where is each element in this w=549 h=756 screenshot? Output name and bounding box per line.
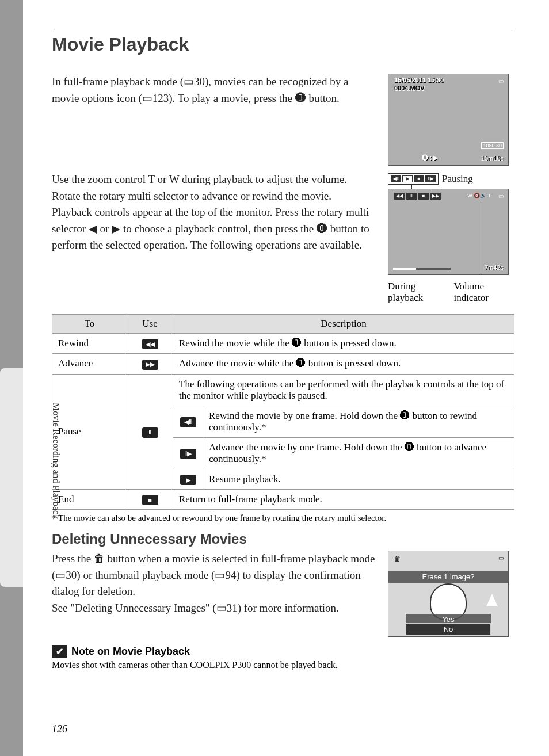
play-icon: ▶ xyxy=(402,175,413,182)
playback-controls-bar: ◀◀ Ⅱ ■ ▶▶ xyxy=(394,193,441,200)
row-rewind-label: Rewind xyxy=(52,333,127,354)
frame-fwd-desc: Advance the movie by one frame. Hold dow… xyxy=(203,437,514,469)
progress-bar xyxy=(393,268,451,270)
page-number: 126 xyxy=(52,723,67,735)
row-pause-label: Pause xyxy=(52,374,127,490)
volume-paragraph: Use the zoom control T or W during playb… xyxy=(52,171,378,188)
frame-fwd-icon: Ⅱ▶ xyxy=(425,175,436,182)
stop-icon: ■ xyxy=(414,175,424,182)
battery-icon: ▭ xyxy=(498,193,504,199)
stop-icon: ■ xyxy=(418,193,429,200)
volume-wt-indicator: W 🔇🔊 T xyxy=(467,193,491,198)
stop-icon: ■ xyxy=(142,495,158,505)
screen-duration: 10m16s xyxy=(481,155,504,162)
frame-fwd-icon: Ⅱ▶ xyxy=(180,449,196,459)
erase-no-option: No xyxy=(406,623,491,635)
side-tab xyxy=(0,368,23,587)
during-playback-illustration: ◀◀ Ⅱ ■ ▶▶ W 🔇🔊 T ▭ 7m42s xyxy=(388,189,509,275)
note-badge-icon: ✔ xyxy=(52,645,67,658)
sailboat-illustration xyxy=(486,594,498,606)
intro-paragraph: In full-frame playback mode (▭30), movie… xyxy=(52,74,378,106)
trash-icon: 🗑 xyxy=(394,555,401,563)
delete-paragraph-2: See "Deleting Unnecessary Images" (▭31) … xyxy=(52,600,378,617)
battery-icon: ▭ xyxy=(498,555,504,561)
play-icon: ▶ xyxy=(180,475,196,485)
delete-paragraph-1: Press the 🗑 button when a movie is selec… xyxy=(52,551,378,600)
operations-table: To Use Description Rewind ◀◀ Rewind the … xyxy=(52,314,514,510)
page: Movie Recording and Playback Movie Playb… xyxy=(23,0,549,756)
battery-icon: ▭ xyxy=(498,78,504,84)
ok-play-hint: 🅞 : ▶ xyxy=(422,154,438,162)
elapsed-time: 7m42s xyxy=(485,264,504,271)
controls-paragraph: Playback controls appear at the top of t… xyxy=(52,204,378,254)
frame-back-icon: ◀Ⅱ xyxy=(180,417,196,427)
rewind-icon: ◀◀ xyxy=(394,193,405,200)
resume-cell: ▶ xyxy=(173,469,203,490)
volume-leader-line xyxy=(481,201,481,284)
during-playback-label: During playback xyxy=(388,281,449,304)
row-rewind-icon: ◀◀ xyxy=(127,333,173,354)
row-pause-intro: The following operations can be performe… xyxy=(173,374,514,406)
quality-badge: 1080 30 xyxy=(481,142,504,149)
frame-back-cell: ◀Ⅱ xyxy=(173,406,203,437)
rule-top xyxy=(52,29,514,29)
frame-back-desc: Rewind the movie by one frame. Hold down… xyxy=(203,406,514,437)
row-advance-icon: ▶▶ xyxy=(127,354,173,375)
row-advance-label: Advance xyxy=(52,354,127,375)
note-title: Note on Movie Playback xyxy=(71,646,190,658)
rotate-paragraph: Rotate the rotary multi selector to adva… xyxy=(52,188,378,205)
col-use: Use xyxy=(127,314,173,333)
advance-icon: ▶▶ xyxy=(430,193,441,200)
row-advance-desc: Advance the movie while the 🅞 button is … xyxy=(173,354,514,375)
pause-icon: Ⅱ xyxy=(406,193,417,200)
note-text: Movies shot with cameras other than COOL… xyxy=(52,660,514,670)
table-footnote: * The movie can also be advanced or rewo… xyxy=(52,513,514,523)
erase-prompt: Erase 1 image? xyxy=(388,571,508,583)
frame-fwd-cell: Ⅱ▶ xyxy=(173,437,203,469)
pausing-label: Pausing xyxy=(442,171,473,186)
frame-back-icon: ◀Ⅱ xyxy=(391,175,401,182)
deleting-heading: Deleting Unnecessary Movies xyxy=(52,531,514,547)
screen-datetime: 15/05/2011 15:30 xyxy=(394,77,444,83)
resume-desc: Resume playback. xyxy=(203,469,514,490)
advance-icon: ▶▶ xyxy=(142,360,158,370)
playback-screen-illustration: 15/05/2011 15:30 0004.MOV ▭ 1080 30 🅞 : … xyxy=(388,74,509,166)
col-description: Description xyxy=(173,314,514,333)
row-end-icon: ■ xyxy=(127,490,173,510)
row-end-label: End xyxy=(52,490,127,510)
col-to: To xyxy=(52,314,127,333)
pause-icon: Ⅱ xyxy=(142,427,158,438)
rewind-icon: ◀◀ xyxy=(142,339,158,349)
volume-indicator-label: Volume indicator xyxy=(453,281,514,304)
erase-dialog-illustration: 🗑 ▭ Erase 1 image? Yes No xyxy=(388,551,509,637)
row-pause-icon: Ⅱ xyxy=(127,374,173,490)
row-end-desc: Return to full-frame playback mode. xyxy=(173,490,514,510)
screen-filename: 0004.MOV xyxy=(394,85,425,91)
pausing-callout: ◀Ⅱ ▶ ■ Ⅱ▶ xyxy=(388,173,439,185)
section-side-label: Movie Recording and Playback xyxy=(51,403,61,519)
page-title: Movie Playback xyxy=(52,34,514,55)
row-rewind-desc: Rewind the movie while the 🅞 button is p… xyxy=(173,333,514,354)
